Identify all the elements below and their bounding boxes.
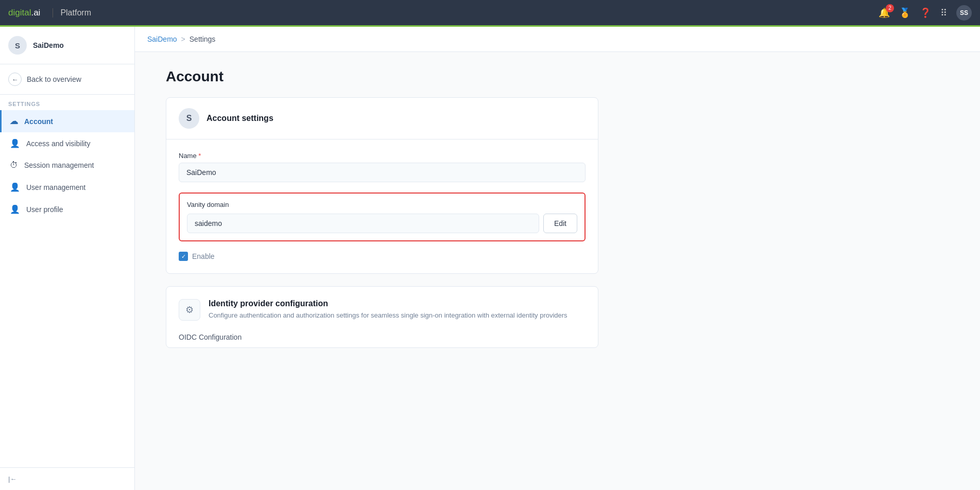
name-label: Name * (179, 152, 586, 160)
sidebar-item-label-user-profile: User profile (26, 205, 63, 214)
session-icon: ⏱ (10, 161, 18, 170)
sidebar-item-user-profile[interactable]: 👤 User profile (0, 198, 134, 220)
sidebar-item-label-account: Account (24, 117, 53, 126)
idp-header: ⚙ Identity provider configuration Config… (179, 299, 586, 321)
org-header: S SaiDemo (0, 27, 134, 64)
account-settings-card-header: S Account settings (166, 98, 598, 139)
org-name: SaiDemo (33, 41, 64, 49)
platform-label: Platform (53, 8, 91, 18)
enable-checkbox[interactable]: ✓ (179, 252, 188, 261)
sidebar-item-session-management[interactable]: ⏱ Session management (0, 154, 134, 176)
enable-checkbox-row: ✓ Enable (179, 252, 586, 261)
collapse-button[interactable]: |← (8, 475, 126, 483)
vanity-domain-input[interactable] (187, 214, 539, 233)
sidebar-item-label-access: Access and visibility (26, 139, 91, 148)
vanity-domain-label: Vanity domain (187, 201, 577, 208)
breadcrumb-org-link[interactable]: SaiDemo (147, 35, 177, 43)
account-settings-card-body: Name * Vanity domain Edit (166, 139, 598, 273)
gear-icon: ⚙ (185, 304, 194, 316)
access-icon: 👤 (10, 138, 20, 148)
user-mgmt-icon: 👤 (10, 182, 20, 192)
breadcrumb-current: Settings (190, 35, 216, 43)
settings-section-label: SETTINGS (0, 95, 134, 110)
topnav-icons: 🔔 2 🏅 ❓ ⠿ SS (879, 5, 972, 21)
content-area: SaiDemo > Settings Account S Account set… (135, 27, 980, 490)
name-form-group: Name * (179, 152, 586, 182)
breadcrumb-separator: > (181, 35, 185, 43)
vanity-input-row: Edit (187, 214, 577, 233)
card-avatar: S (179, 108, 199, 129)
notification-badge: 2 (886, 4, 894, 12)
vanity-domain-group: Vanity domain Edit (179, 192, 586, 241)
top-navigation: digital.ai Platform 🔔 2 🏅 ❓ ⠿ SS (0, 0, 980, 27)
edit-button[interactable]: Edit (543, 214, 577, 233)
user-profile-icon: 👤 (10, 204, 20, 214)
card-title: Account settings (207, 114, 273, 123)
sidebar: S SaiDemo ← Back to overview SETTINGS ☁ … (0, 27, 135, 490)
back-to-overview-label: Back to overview (27, 75, 81, 83)
sidebar-item-label-user-mgmt: User management (26, 183, 85, 191)
oidc-label: OIDC Configuration (179, 333, 242, 341)
breadcrumb: SaiDemo > Settings (135, 27, 980, 52)
notifications-icon[interactable]: 🔔 2 (879, 7, 890, 19)
logo-text: digital.ai (8, 8, 40, 18)
collapse-icon: |← (8, 475, 16, 483)
help-icon[interactable]: ❓ (920, 7, 931, 19)
sidebar-item-label-session: Session management (24, 161, 94, 169)
enable-label: Enable (192, 252, 215, 260)
idp-text: Identity provider configuration Configur… (209, 299, 568, 321)
back-arrow-icon: ← (8, 73, 22, 86)
sidebar-bottom: |← (0, 467, 134, 490)
idp-card-body: ⚙ Identity provider configuration Config… (166, 287, 598, 333)
user-avatar[interactable]: SS (956, 5, 972, 21)
identity-provider-card: ⚙ Identity provider configuration Config… (166, 286, 598, 348)
account-icon: ☁ (10, 116, 18, 126)
logo: digital.ai Platform (8, 8, 91, 18)
oidc-section: OIDC Configuration (166, 333, 598, 347)
rewards-icon[interactable]: 🏅 (899, 7, 910, 19)
org-avatar: S (8, 36, 27, 55)
account-settings-card: S Account settings Name * Vanity doma (166, 97, 598, 274)
back-to-overview-link[interactable]: ← Back to overview (0, 64, 134, 95)
page-title: Account (166, 68, 598, 85)
sidebar-item-user-management[interactable]: 👤 User management (0, 176, 134, 198)
apps-icon[interactable]: ⠿ (940, 7, 947, 19)
sidebar-item-account[interactable]: ☁ Account (0, 110, 134, 132)
sidebar-item-access-visibility[interactable]: 👤 Access and visibility (0, 132, 134, 154)
idp-title: Identity provider configuration (209, 299, 568, 308)
main-layout: S SaiDemo ← Back to overview SETTINGS ☁ … (0, 27, 980, 490)
idp-description: Configure authentication and authorizati… (209, 310, 568, 321)
idp-icon: ⚙ (179, 299, 200, 321)
name-required: * (198, 152, 201, 160)
page-content: Account S Account settings Name * (135, 52, 629, 377)
name-input[interactable] (179, 163, 586, 182)
